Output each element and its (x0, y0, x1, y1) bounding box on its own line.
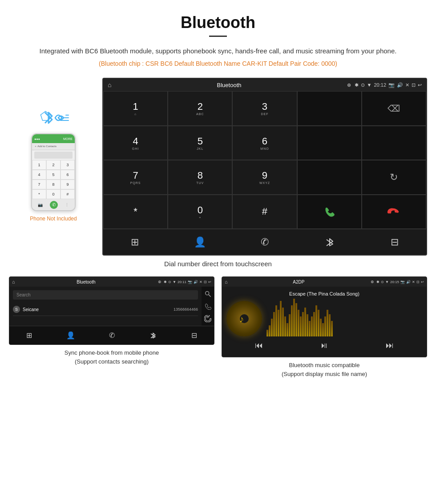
phone-key-9[interactable]: 9 (61, 180, 75, 189)
subtitle-text: Integrated with BC6 Bluetooth module, su… (0, 46, 436, 56)
key-3[interactable]: 3DEF (232, 91, 297, 126)
m-bt-icon: ✱ (376, 280, 379, 284)
prev-icon[interactable]: ⏮ (255, 341, 263, 350)
visualizer-bar (289, 314, 291, 336)
svg-point-0 (206, 292, 209, 295)
key-9[interactable]: 9WXYZ (232, 160, 297, 195)
contact-name: Seicane (23, 307, 39, 312)
phone-key-3[interactable]: 3 (61, 160, 75, 170)
home-icon[interactable]: ⌂ (108, 81, 111, 88)
nav-link-icon[interactable]: ⊟ (391, 236, 399, 248)
nav-bluetooth-icon[interactable] (324, 236, 335, 248)
key-6[interactable]: 6MNO (232, 126, 297, 160)
pb-phone-right-icon[interactable] (204, 303, 211, 310)
pb-bt-icon: ✱ (164, 280, 167, 284)
phone-dialer: 1 2 3 4 5 6 7 8 9 * 0 # (32, 160, 75, 199)
pb-nav-grid[interactable]: ⊞ (26, 331, 32, 340)
key-0[interactable]: 0+ (168, 195, 232, 229)
next-icon[interactable]: ⏭ (386, 341, 394, 350)
call-red-button[interactable] (362, 195, 426, 229)
key-5[interactable]: 5JKL (168, 126, 232, 160)
m-vol-icon: 🔊 (406, 280, 411, 284)
pb-main: Search S Seicane 13566664466 (9, 287, 202, 326)
phonebook-status-bar: ⌂ Bluetooth ⊕ ✱ ⊙ ▼ 20:11 📷 🔊 ✕ ⊡ ↩ (9, 277, 214, 287)
pb-sync-icon[interactable] (204, 315, 211, 322)
phonebook-caption: Sync phone-book from mobile phone (Suppo… (65, 348, 159, 366)
signal-arcs-icon (53, 108, 69, 128)
music-album-area: ♪ (226, 301, 422, 336)
play-pause-icon[interactable]: ⏯ (320, 341, 328, 350)
title-divider (209, 36, 227, 37)
pb-nav-phone[interactable]: ✆ (109, 331, 115, 340)
nav-phone-icon[interactable]: ✆ (261, 236, 269, 248)
music-home-icon[interactable]: ⌂ (225, 279, 228, 284)
phone-bottom-bar: 📷 ✆ ⋮ (32, 199, 75, 210)
contact-phone: 13566664466 (174, 307, 198, 312)
phone-key-star[interactable]: * (32, 189, 46, 199)
pb-wifi-icon: ▼ (173, 280, 176, 284)
album-art: ♪ (226, 301, 262, 336)
pb-back-icon: ↩ (208, 280, 211, 284)
phone-key-2[interactable]: 2 (46, 160, 61, 170)
volume-status-icon: 🔊 (397, 82, 403, 88)
phone-key-hash[interactable]: # (61, 189, 75, 199)
key-star[interactable]: * (103, 195, 168, 229)
bottom-section: ⌂ Bluetooth ⊕ ✱ ⊙ ▼ 20:11 📷 🔊 ✕ ⊡ ↩ (0, 276, 436, 387)
phone-key-6[interactable]: 6 (61, 170, 75, 180)
phonebook-search[interactable]: Search (13, 290, 198, 300)
key-1[interactable]: 1⌂ (103, 91, 168, 126)
key-7[interactable]: 7PQRS (103, 160, 168, 195)
phonebook-nav: ⊞ 👤 ✆ ⊟ (9, 326, 214, 344)
large-screen-caption: Dial number direct from touchscreen (0, 256, 436, 276)
music-block: ⌂ A2DP ⊕ ✱ ⊙ ▼ 20:15 📷 🔊 ✕ ⊡ ↩ Escape (T… (222, 276, 427, 378)
visualizer-bar (293, 299, 295, 336)
phone-key-7[interactable]: 7 (32, 180, 46, 189)
visualizer-bar (322, 323, 324, 336)
music-status-icons: ✱ ⊙ ▼ 20:15 📷 🔊 ✕ ⊡ ↩ (376, 280, 424, 284)
camera-status-icon: 📷 (388, 82, 395, 88)
pb-home-icon[interactable]: ⌂ (12, 279, 15, 284)
redial-button[interactable]: ↻ (362, 160, 426, 195)
visualizer-bar (282, 308, 284, 336)
car-screen-large: ⌂ Bluetooth ⊕ ✱ ⊙ ▼ 20:12 📷 🔊 ✕ ⊡ ↩ 1⌂ 2 (102, 78, 427, 256)
visualizer-bar (329, 314, 331, 336)
nav-grid-icon[interactable]: ⊞ (131, 236, 139, 248)
dialer-grid: 1⌂ 2ABC 3DEF ⌫ 4GHI 5JKL 6MNO (103, 91, 426, 229)
key-4[interactable]: 4GHI (103, 126, 168, 160)
phone-key-1[interactable]: 1 (32, 160, 46, 170)
nav-contact-icon[interactable]: 👤 (194, 236, 206, 248)
phone-key-8[interactable]: 8 (46, 180, 61, 189)
phone-key-5[interactable]: 5 (46, 170, 61, 180)
usb-icon: ⊕ (347, 82, 351, 88)
visualizer-bar (327, 310, 328, 336)
key-hash[interactable]: # (232, 195, 297, 229)
phone-call-button[interactable]: ✆ (50, 201, 58, 209)
backspace-button[interactable]: ⌫ (362, 91, 426, 126)
key-8[interactable]: 8TUV (168, 160, 232, 195)
phonebook-list: S Seicane 13566664466 (13, 303, 198, 316)
pb-search-icon[interactable] (204, 290, 211, 297)
main-content: ⬠ ●●● MORE ＋ Add to (0, 78, 436, 256)
music-controls: ⏮ ⏯ ⏭ (226, 336, 422, 352)
call-red-icon (387, 204, 401, 219)
phone-camera-icon: 📷 (38, 203, 43, 207)
pb-time: 20:11 (178, 280, 186, 284)
music-title: A2DP (230, 280, 367, 284)
pb-nav-person[interactable]: 👤 (66, 331, 75, 340)
visualizer-bar (311, 316, 313, 336)
bluetooth-status-icon: ✱ (355, 82, 359, 88)
phone-menu-icon: ⋮ (65, 203, 69, 207)
back-status-icon: ↩ (418, 82, 422, 88)
pb-loc-icon: ⊙ (168, 280, 171, 284)
call-green-button[interactable] (297, 195, 362, 229)
phone-add-contact: ＋ Add to Contacts (32, 143, 75, 150)
pb-nav-bt[interactable] (149, 332, 157, 340)
phone-key-0[interactable]: 0 (46, 189, 61, 199)
visualizer-bar (273, 312, 275, 336)
phone-key-4[interactable]: 4 (32, 170, 46, 180)
key-2[interactable]: 2ABC (168, 91, 232, 126)
pb-nav-link[interactable]: ⊟ (191, 331, 197, 340)
contact-row[interactable]: S Seicane 13566664466 (13, 303, 198, 316)
m-loc-icon: ⊙ (381, 280, 384, 284)
bt-signal-container: ⬠ (38, 104, 69, 131)
